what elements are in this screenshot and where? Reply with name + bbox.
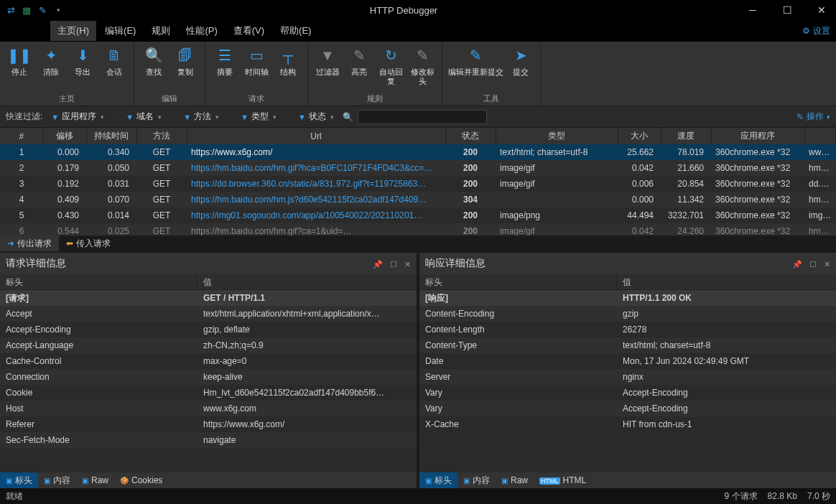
grid-column-header[interactable]: 方法 — [136, 128, 187, 144]
panel-tab[interactable]: ▣内容 — [38, 472, 76, 488]
grid-column-header[interactable]: 状态 — [445, 128, 496, 144]
ribbon-group: ❚❚停止✦清除⬇导出🗎会话主页 — [0, 42, 134, 106]
menu-tab[interactable]: 规则 — [144, 21, 177, 41]
menu-tab[interactable]: 查看(V) — [226, 21, 271, 41]
ribbon-button-structure[interactable]: ┬结构 — [273, 45, 303, 92]
filter-dropdown[interactable]: ▼状态▾ — [298, 111, 334, 123]
filter-dropdown[interactable]: ▼域名▾ — [126, 111, 162, 123]
cell: 0.000 — [618, 192, 661, 207]
tab-label: 标头 — [435, 475, 452, 487]
header-row[interactable]: Sec-Fetch-Modenavigate — [0, 432, 417, 448]
qat-dropdown-icon[interactable]: ▾ — [52, 4, 65, 17]
table-row[interactable]: 50.4300.014GEThttps://img01.sogoucdn.com… — [0, 207, 836, 223]
ribbon-button-summary[interactable]: ☰摘要 — [210, 45, 240, 92]
filter-dropdown[interactable]: ▼方法▾ — [183, 111, 219, 123]
ribbon-button-highlight[interactable]: ✎高亮 — [344, 45, 374, 92]
header-row[interactable]: CookieHm_lvt_d60e542115f2ca02adf147d409b… — [0, 385, 417, 401]
qat-brush-icon[interactable]: ✎ — [36, 4, 49, 17]
close-panel-icon[interactable]: ✕ — [824, 260, 830, 269]
header-row[interactable]: Servernginx — [419, 369, 836, 385]
header-row[interactable]: Accept-Languagezh-CN,zh;q=0.9 — [0, 337, 417, 353]
minimize-button[interactable]: ─ — [743, 4, 763, 16]
header-row[interactable]: Accept-Encodinggzip, deflate — [0, 322, 417, 337]
header-row[interactable]: Refererhttps://www.x6g.com/ — [0, 416, 417, 432]
header-row[interactable]: VaryAccept-Encoding — [419, 401, 836, 416]
request-headers-list[interactable]: [请求]GET / HTTP/1.1Accepttext/html,applic… — [0, 290, 417, 472]
panel-tab[interactable]: ▣标头 — [0, 472, 38, 488]
ribbon-button-submit[interactable]: ➤提交 — [506, 45, 536, 92]
menu-tab[interactable]: 编辑(E) — [98, 21, 143, 41]
search-icon[interactable]: 🔍 — [343, 112, 353, 122]
operations-button[interactable]: ✎ 操作 ▾ — [796, 111, 830, 123]
grid-column-header[interactable]: 类型 — [496, 128, 618, 144]
panel-tab[interactable]: ▣标头 — [419, 472, 458, 488]
table-row[interactable]: 20.1790.050GEThttps://hm.baidu.com/hm.gi… — [0, 160, 836, 176]
header-row[interactable]: Cache-Controlmax-age=0 — [0, 353, 417, 369]
header-row[interactable]: X-CacheHIT from cdn-us-1 — [419, 416, 836, 432]
pin-icon[interactable]: 📌 — [792, 260, 802, 269]
maximize-panel-icon[interactable]: ☐ — [390, 260, 397, 269]
qat-excel-icon[interactable]: ▦ — [20, 4, 33, 17]
grid-column-header[interactable]: 应用程序 — [711, 128, 804, 144]
table-row[interactable]: 60.5440.025GEThttps://hm.baidu.com/hm.gi… — [0, 223, 836, 235]
ribbon-button-modheader[interactable]: ✎修改标头 — [407, 45, 437, 92]
edit-icon: ✎ — [796, 112, 804, 122]
response-headers-list[interactable]: [响应]HTTP/1.1 200 OKContent-EncodinggzipC… — [419, 290, 836, 472]
grid-column-header[interactable]: # — [0, 128, 43, 144]
panel-tab[interactable]: ▣内容 — [458, 472, 496, 488]
qat-swap-icon[interactable]: ⇄ — [4, 4, 17, 17]
maximize-panel-icon[interactable]: ☐ — [809, 260, 817, 269]
table-row[interactable]: 30.1920.031GEThttps://dd.browser.360.cn/… — [0, 176, 836, 192]
ribbon-button-autoreply[interactable]: ↻自动回复 — [376, 45, 406, 92]
header-row[interactable]: Content-Length26278 — [419, 322, 836, 337]
ribbon-button-find[interactable]: 🔍查找 — [139, 45, 169, 92]
ribbon-button-broom[interactable]: ✦清除 — [36, 45, 66, 92]
ribbon-button-copy[interactable]: 🗐复制 — [170, 45, 200, 92]
maximize-button[interactable]: ☐ — [777, 4, 797, 16]
header-row[interactable]: [响应]HTTP/1.1 200 OK — [419, 290, 836, 306]
header-row[interactable]: Content-Encodinggzip — [419, 306, 836, 322]
ribbon-button-pause[interactable]: ❚❚停止 — [4, 45, 34, 92]
menu-tab[interactable]: 帮助(E) — [273, 21, 318, 41]
header-row[interactable]: Hostwww.x6g.com — [0, 401, 417, 416]
grid-column-header[interactable]: 速度 — [661, 128, 711, 144]
ribbon-button-export[interactable]: ⬇导出 — [68, 45, 98, 92]
header-row[interactable]: Content-Typetext/html; charset=utf-8 — [419, 337, 836, 353]
window-title: HTTP Debugger — [65, 5, 743, 16]
filter-dropdown[interactable]: ▼应用程序▾ — [51, 111, 104, 123]
header-row[interactable]: Connectionkeep-alive — [0, 369, 417, 385]
menu-tab[interactable]: 主页(H) — [50, 21, 96, 41]
panel-tab[interactable]: 🍪Cookies — [114, 472, 168, 488]
menu-tab[interactable]: 性能(P) — [179, 21, 224, 41]
close-panel-icon[interactable]: ✕ — [404, 260, 411, 269]
pin-icon[interactable]: 📌 — [373, 260, 383, 269]
grid-column-header[interactable] — [804, 128, 836, 144]
direction-tab[interactable]: ➜传出请求 — [0, 235, 59, 251]
settings-button[interactable]: ⚙ 设置 — [802, 25, 830, 37]
grid-column-header[interactable]: 偏移 — [43, 128, 86, 144]
cell: 1 — [0, 144, 43, 160]
table-row[interactable]: 10.0000.340GEThttps://www.x6g.com/200tex… — [0, 144, 836, 160]
search-input[interactable] — [358, 110, 487, 124]
panel-tab[interactable]: ▣Raw — [496, 472, 534, 488]
panel-tab[interactable]: ▣Raw — [76, 472, 114, 488]
close-button[interactable]: ✕ — [812, 4, 832, 16]
header-row[interactable]: Accepttext/html,application/xhtml+xml,ap… — [0, 306, 417, 322]
panel-tab[interactable]: HTMLHTML — [534, 472, 592, 488]
filter-dropdown[interactable]: ▼类型▾ — [241, 111, 277, 123]
header-row[interactable]: [请求]GET / HTTP/1.1 — [0, 290, 417, 306]
ribbon-button-filter[interactable]: ▼过滤器 — [312, 45, 343, 92]
grid-column-header[interactable]: 持续时间 — [86, 128, 136, 144]
ribbon-button-session[interactable]: 🗎会话 — [99, 45, 129, 92]
table-row[interactable]: 40.4090.070GEThttps://hm.baidu.com/hm.js… — [0, 192, 836, 207]
grid-column-header[interactable]: 大小 — [618, 128, 661, 144]
header-value: 26278 — [617, 325, 836, 335]
ribbon-group-label: 请求 — [210, 92, 303, 104]
header-row[interactable]: VaryAccept-Encoding — [419, 385, 836, 401]
direction-tab[interactable]: ⬅传入请求 — [59, 235, 118, 251]
ribbon-button-timeline[interactable]: ▭时间轴 — [241, 45, 271, 92]
header-row[interactable]: DateMon, 17 Jun 2024 02:49:49 GMT — [419, 353, 836, 369]
request-grid[interactable]: #偏移持续时间方法Url状态类型大小速度应用程序 10.0000.340GETh… — [0, 128, 836, 235]
grid-column-header[interactable]: Url — [187, 128, 445, 144]
ribbon-button-editresend[interactable]: ✎编辑并重新提交 — [447, 45, 504, 92]
